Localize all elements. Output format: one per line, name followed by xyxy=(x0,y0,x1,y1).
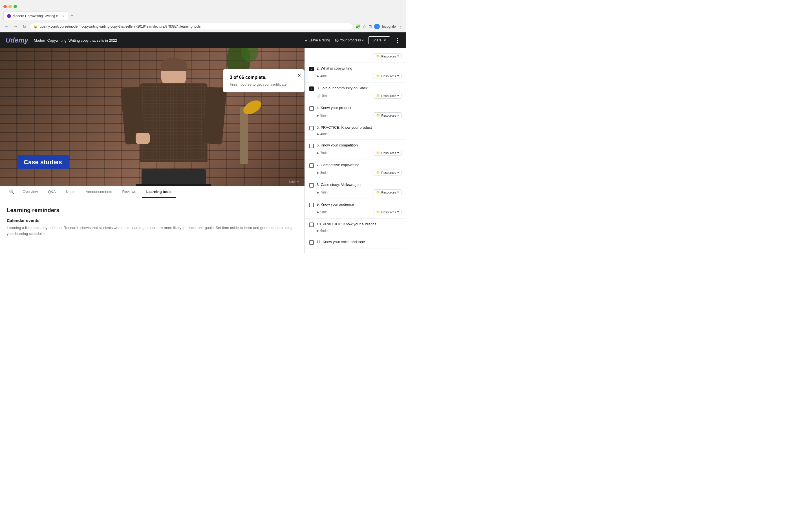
tab-search-icon[interactable]: ⊡ xyxy=(368,24,372,29)
checkbox-3[interactable] xyxy=(309,87,314,91)
play-icon-10: ▶ xyxy=(317,229,319,233)
play-icon-5: ▶ xyxy=(317,132,319,136)
more-browser-icon[interactable]: ⋮ xyxy=(398,24,403,29)
share-icon: ↗ xyxy=(383,38,386,42)
dropdown-icon-4: ▾ xyxy=(397,114,399,117)
play-icon-8: ▶ xyxy=(317,190,319,194)
tab-overview[interactable]: Overview xyxy=(18,186,42,198)
main-layout: Case studies Udemy 🔍 Overview Q&A Notes … xyxy=(0,48,406,253)
item-title-9: 9. Know your audience xyxy=(317,202,402,207)
sidebar-item-8: 8. Case study: Volkswagen ▶ 7min 📁 Resou… xyxy=(305,179,406,199)
incognito-label: Incognito xyxy=(382,24,396,29)
item-duration-7: ▶ 8min xyxy=(317,171,327,175)
back-button[interactable]: ← xyxy=(3,23,10,30)
checkbox-11[interactable] xyxy=(309,240,314,245)
dropdown-icon-partial: ▾ xyxy=(397,54,399,58)
folder-icon-8: 📁 xyxy=(376,190,380,194)
checkbox-7[interactable] xyxy=(309,163,314,168)
sidebar-item-2: 2. What is copywriting ▶ 4min 📁 Resource… xyxy=(305,63,406,82)
item-duration-9: ▶ 9min xyxy=(317,210,327,214)
course-title: Modern Copywriting: Writing copy that se… xyxy=(34,38,299,43)
item-title-2: 2. What is copywriting xyxy=(317,66,402,70)
checkbox-4[interactable] xyxy=(309,106,314,111)
sidebar-item-5: 5. PRACTICE: Know your product ▶ 4min xyxy=(305,122,406,140)
extensions-icon[interactable]: 🧩 xyxy=(356,24,360,29)
udemy-header: Udemy Modern Copywriting: Writing copy t… xyxy=(0,33,406,48)
your-progress-button[interactable]: ⊙ Your progress ▾ xyxy=(335,37,364,43)
tab-reviews[interactable]: Reviews xyxy=(118,186,141,198)
resources-button-3[interactable]: 📁 Resources ▾ xyxy=(373,93,402,99)
checkbox-9[interactable] xyxy=(309,203,314,207)
resources-button-8[interactable]: 📁 Resources ▾ xyxy=(373,189,402,195)
tab-bar: Modern Copywriting: Writing c... × + xyxy=(0,11,406,21)
bookmark-icon[interactable]: ☆ xyxy=(363,24,366,29)
forward-button[interactable]: → xyxy=(12,23,19,30)
resources-button-partial[interactable]: 📁 Resources ▾ xyxy=(373,53,402,59)
tab-close-button[interactable]: × xyxy=(62,14,64,18)
reload-button[interactable]: ↻ xyxy=(21,23,28,31)
more-options-button[interactable]: ⋮ xyxy=(395,37,400,44)
item-duration-5: ▶ 4min xyxy=(317,132,327,136)
checkbox-5[interactable] xyxy=(309,126,314,130)
doc-icon-3: 📄 xyxy=(317,94,321,98)
checkbox-6[interactable] xyxy=(309,144,314,148)
sidebar-item-3: 3. Join our community on Slack! 📄 0min 📁… xyxy=(305,82,406,102)
tab-qa[interactable]: Q&A xyxy=(43,186,60,198)
profile-icon[interactable]: I xyxy=(374,24,380,29)
item-duration-10: ▶ 6min xyxy=(317,229,327,233)
minimize-traffic-light[interactable] xyxy=(8,5,12,8)
resources-button-6[interactable]: 📁 Resources ▾ xyxy=(373,150,402,156)
close-traffic-light[interactable] xyxy=(3,5,7,8)
item-title-11: 11. Know your voice and tone xyxy=(317,240,402,244)
tab-learning-tools[interactable]: Learning tools xyxy=(142,186,176,198)
active-tab[interactable]: Modern Copywriting: Writing c... × xyxy=(3,11,68,20)
new-tab-button[interactable]: + xyxy=(68,13,76,19)
resources-button-2[interactable]: 📁 Resources ▾ xyxy=(373,73,402,79)
dropdown-icon-2: ▾ xyxy=(397,74,399,78)
search-button[interactable]: 🔍 xyxy=(7,187,17,197)
tab-notes[interactable]: Notes xyxy=(61,186,80,198)
leave-rating-button[interactable]: ★ Leave a rating xyxy=(305,38,330,42)
sidebar-item-4: 4. Know your product ▶ 9min 📁 Resources … xyxy=(305,102,406,122)
item-title-5: 5. PRACTICE: Know your product xyxy=(317,125,402,129)
checkbox-10[interactable] xyxy=(309,223,314,227)
play-icon-4: ▶ xyxy=(317,114,319,117)
item-title-4: 4. Know your product xyxy=(317,106,402,110)
maximize-traffic-light[interactable] xyxy=(13,5,17,8)
sidebar-item-7: 7. Competitive copywriting ▶ 8min 📁 Reso… xyxy=(305,159,406,179)
checkbox-8[interactable] xyxy=(309,183,314,187)
dropdown-icon-6: ▾ xyxy=(397,151,399,155)
section2-text: Learning a little each day adds up. Rese… xyxy=(7,225,298,237)
item-title-7: 7. Competitive copywriting xyxy=(317,163,402,167)
tab-navigation: 🔍 Overview Q&A Notes Announcements Revie… xyxy=(0,186,305,198)
resources-button-9[interactable]: 📁 Resources ▾ xyxy=(373,209,402,215)
tab-favicon xyxy=(7,14,11,18)
dropdown-icon-3: ▾ xyxy=(397,94,399,98)
play-icon-9: ▶ xyxy=(317,210,319,214)
case-studies-badge: Case studies xyxy=(17,155,69,169)
checkbox-2[interactable] xyxy=(309,67,314,71)
star-icon: ★ xyxy=(305,38,308,42)
folder-icon-7: 📁 xyxy=(376,171,380,174)
progress-popup-close[interactable]: × xyxy=(298,73,301,78)
traffic-lights xyxy=(3,5,17,8)
folder-icon-2: 📁 xyxy=(376,74,380,78)
desk-lamp xyxy=(240,107,248,164)
sidebar-item-10: 10. PRACTICE: Know your audience ▶ 6min xyxy=(305,219,406,236)
play-icon-2: ▶ xyxy=(317,74,319,78)
resources-button-7[interactable]: 📁 Resources ▾ xyxy=(373,170,402,175)
share-button[interactable]: Share ↗ xyxy=(368,36,390,44)
play-icon-7: ▶ xyxy=(317,171,319,175)
browser-icons: 🧩 ☆ ⊡ I Incognito ⋮ xyxy=(356,24,403,29)
tab-announcements[interactable]: Announcements xyxy=(81,186,117,198)
resources-button-4[interactable]: 📁 Resources ▾ xyxy=(373,112,402,118)
item-duration-6: ▶ 7min xyxy=(317,151,327,155)
dropdown-icon-9: ▾ xyxy=(397,210,399,214)
udemy-logo[interactable]: Udemy xyxy=(6,36,28,44)
sidebar-item-partial: 📁 Resources ▾ xyxy=(305,48,406,63)
video-person xyxy=(120,54,227,186)
section2-title: Calendar events xyxy=(7,218,298,223)
folder-icon-6: 📁 xyxy=(376,151,380,155)
url-bar[interactable]: 🔒 udemy.com/course/modern-copywriting-wr… xyxy=(30,23,353,30)
udemy-app: Udemy Modern Copywriting: Writing copy t… xyxy=(0,33,406,253)
